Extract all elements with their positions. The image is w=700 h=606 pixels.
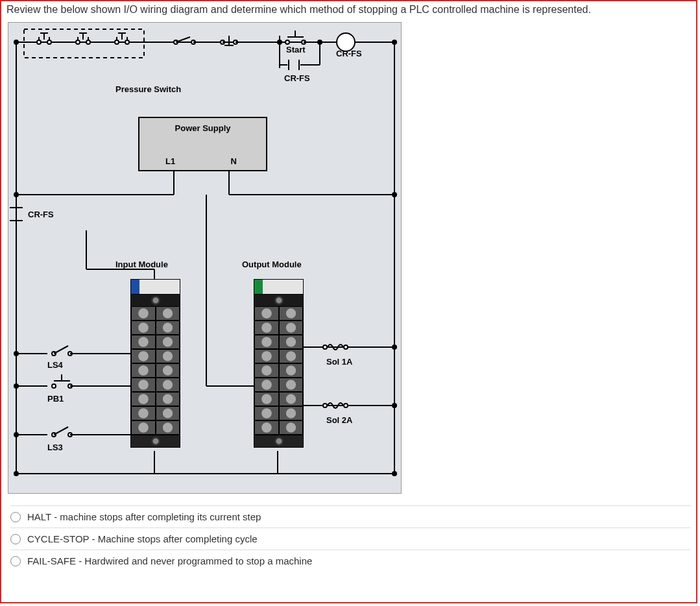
input-module-graphic <box>130 279 180 448</box>
label-ls3: LS3 <box>47 442 63 452</box>
label-ls4: LS4 <box>47 360 63 370</box>
label-crfs-contact: CR-FS <box>28 210 54 219</box>
power-supply-box: Power Supply L1 N <box>138 117 267 171</box>
svg-point-57 <box>323 404 327 407</box>
label-pb1: PB1 <box>47 394 64 404</box>
svg-point-58 <box>344 404 348 407</box>
svg-line-16 <box>176 37 190 42</box>
option-fail-safe[interactable]: FAIL-SAFE - Hardwired and never programm… <box>10 550 691 572</box>
option-halt[interactable]: HALT - machine stops after completing it… <box>10 505 691 527</box>
label-crfs-seal: CR-FS <box>284 73 310 83</box>
question-text: Review the below shown I/O wiring diagra… <box>6 4 691 16</box>
question-container: Review the below shown I/O wiring diagra… <box>0 0 697 603</box>
label-crfs-coil: CR-FS <box>336 49 362 58</box>
svg-point-56 <box>344 345 348 349</box>
option-cycle-stop[interactable]: CYCLE-STOP - Machine stops after complet… <box>10 527 691 550</box>
radio-icon[interactable] <box>10 534 21 544</box>
output-module-graphic <box>254 279 304 448</box>
svg-line-72 <box>54 427 68 435</box>
answer-options: HALT - machine stops after completing it… <box>10 505 691 572</box>
label-start: Start <box>286 45 306 55</box>
option-label: CYCLE-STOP - Machine stops after complet… <box>27 533 258 544</box>
label-output-module: Output Module <box>242 260 302 269</box>
io-wiring-diagram: Pressure Switch Start CR-FS CR-FS CR-FS … <box>8 22 402 494</box>
label-sol2a: Sol 2A <box>326 415 352 425</box>
label-pressure-switch: Pressure Switch <box>115 84 181 94</box>
label-input-module: Input Module <box>115 260 168 269</box>
option-label: FAIL-SAFE - Hardwired and never programm… <box>27 555 312 566</box>
radio-icon[interactable] <box>10 512 21 522</box>
svg-point-26 <box>285 40 289 44</box>
svg-point-65 <box>52 384 56 388</box>
option-label: HALT - machine stops after completing it… <box>27 511 261 522</box>
label-l1: L1 <box>165 156 175 166</box>
svg-point-55 <box>323 345 327 349</box>
label-power-supply: Power Supply <box>139 123 266 133</box>
svg-line-61 <box>54 346 68 354</box>
label-n: N <box>231 156 237 166</box>
radio-icon[interactable] <box>10 556 21 566</box>
label-sol1a: Sol 1A <box>326 357 352 367</box>
